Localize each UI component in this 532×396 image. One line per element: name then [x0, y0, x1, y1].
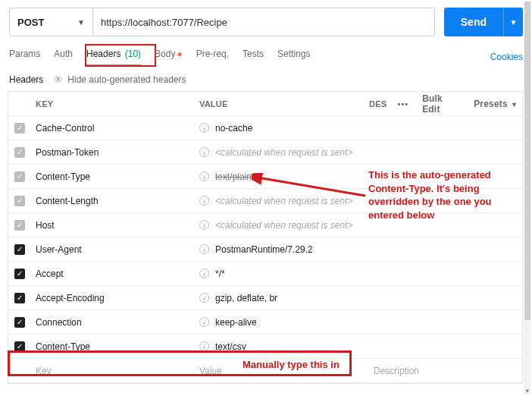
row-checkbox[interactable]: ✓	[14, 171, 25, 182]
request-tabs: Params Auth Headers (10) Body● Pre-req. …	[9, 49, 523, 65]
chevron-down-icon: ▼	[77, 18, 85, 27]
row-checkbox[interactable]: ✓	[14, 123, 25, 134]
table-row: ✓User-AgentiPostmanRuntime/7.29.2	[8, 237, 522, 262]
col-description: DES	[369, 99, 393, 108]
info-icon[interactable]: i	[199, 341, 209, 351]
header-value[interactable]: i<calculated when request is sent>	[195, 196, 369, 206]
info-icon[interactable]: i	[199, 317, 209, 327]
header-value[interactable]: iPostmanRuntime/7.29.2	[195, 244, 369, 255]
table-row: ✓Postman-Tokeni<calculated when request …	[8, 140, 522, 165]
chevron-down-icon: ▼	[510, 18, 518, 27]
table-row: ✓Connectionikeep-alive	[8, 310, 522, 335]
header-key[interactable]: User-Agent	[31, 244, 195, 255]
tab-tests[interactable]: Tests	[243, 49, 264, 65]
tab-headers[interactable]: Headers (10)	[86, 49, 141, 65]
headers-table: KEY VALUE DES ••• Bulk Edit Presets▼ ✓Ca…	[8, 91, 523, 384]
header-key[interactable]: Connection	[31, 317, 195, 328]
tab-params[interactable]: Params	[9, 49, 40, 65]
bulk-edit-button[interactable]: Bulk Edit	[422, 93, 460, 115]
annotation-text: This is the auto-generated Content-Type.…	[368, 168, 520, 222]
info-icon[interactable]: i	[199, 293, 209, 303]
header-key[interactable]: Content-Type	[31, 341, 195, 352]
header-key[interactable]: Content-Type	[31, 171, 195, 182]
presets-dropdown[interactable]: Presets▼	[474, 99, 518, 109]
info-icon[interactable]: i	[199, 269, 209, 278]
tab-prereq[interactable]: Pre-req.	[196, 49, 229, 65]
header-key[interactable]: Content-Length	[31, 196, 195, 206]
header-value[interactable]: ikeep-alive	[195, 317, 369, 328]
info-icon[interactable]: i	[199, 244, 209, 254]
tab-settings[interactable]: Settings	[277, 49, 310, 65]
scrollbar-thumb[interactable]	[524, 2, 530, 320]
header-key[interactable]: Accept-Encoding	[31, 293, 195, 303]
header-value[interactable]: i*/*	[195, 269, 369, 279]
url-value: https://localhost:7077/Recipe	[101, 17, 227, 28]
header-key[interactable]: Host	[31, 220, 195, 231]
header-key[interactable]: Accept	[31, 269, 195, 279]
row-checkbox[interactable]: ✓	[14, 220, 25, 231]
table-row: ✓Cache-Controlino-cache	[8, 116, 522, 140]
row-checkbox[interactable]: ✓	[14, 269, 25, 279]
chevron-down-icon: ▼	[511, 101, 518, 108]
headers-title: Headers	[9, 74, 43, 85]
row-checkbox[interactable]: ✓	[14, 317, 25, 328]
header-value[interactable]: itext/plain	[195, 171, 369, 182]
new-desc-input[interactable]: Description	[369, 366, 522, 376]
row-checkbox[interactable]: ✓	[14, 147, 25, 158]
more-columns-button[interactable]: •••	[398, 99, 409, 108]
header-key[interactable]: Cache-Control	[31, 123, 195, 134]
send-more-button[interactable]: ▼	[503, 8, 523, 36]
http-method-label: POST	[17, 17, 44, 28]
tab-body[interactable]: Body●	[155, 49, 183, 65]
url-input[interactable]: https://localhost:7077/Recipe	[92, 8, 435, 36]
table-row: ✓Content-Typeitext/csv	[8, 335, 522, 359]
header-value[interactable]: i<calculated when request is sent>	[195, 220, 369, 231]
header-value[interactable]: i<calculated when request is sent>	[195, 147, 369, 158]
row-checkbox[interactable]: ✓	[14, 244, 25, 255]
hide-generated-toggle[interactable]: 👁 Hide auto-generated headers	[54, 74, 186, 85]
tab-auth[interactable]: Auth	[54, 49, 73, 65]
cookies-link[interactable]: Cookies	[490, 52, 523, 62]
row-checkbox[interactable]: ✓	[14, 293, 25, 303]
table-header: KEY VALUE DES ••• Bulk Edit Presets▼	[8, 92, 522, 116]
header-value[interactable]: igzip, deflate, br	[195, 293, 369, 303]
scroll-down-button[interactable]: ▼	[524, 387, 531, 394]
table-row: ✓Accepti*/*	[8, 262, 522, 286]
new-key-input[interactable]: Key	[31, 366, 195, 376]
info-icon[interactable]: i	[199, 171, 209, 181]
header-value[interactable]: ino-cache	[195, 123, 369, 134]
table-row: ✓Accept-Encodingigzip, deflate, br	[8, 286, 522, 310]
info-icon[interactable]: i	[199, 196, 209, 206]
http-method-select[interactable]: POST ▼	[9, 8, 92, 36]
header-value[interactable]: itext/csv	[195, 341, 369, 352]
info-icon[interactable]: i	[199, 147, 209, 157]
annotation-text: Manually type this in	[243, 359, 340, 370]
info-icon[interactable]: i	[199, 220, 209, 230]
info-icon[interactable]: i	[199, 123, 209, 133]
row-checkbox[interactable]: ✓	[14, 196, 25, 206]
eye-off-icon: 👁	[54, 74, 63, 85]
row-checkbox[interactable]: ✓	[14, 341, 25, 352]
vertical-scrollbar[interactable]: ▼	[524, 2, 531, 394]
header-key[interactable]: Postman-Token	[31, 147, 195, 158]
send-button[interactable]: Send	[444, 8, 503, 36]
